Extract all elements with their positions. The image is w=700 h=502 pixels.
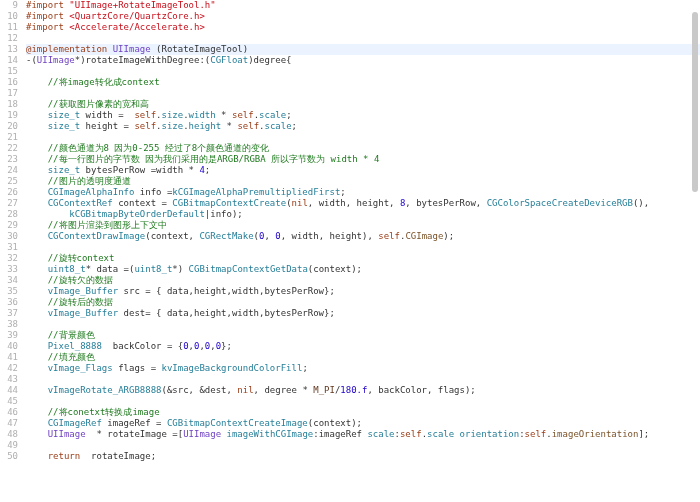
code-line[interactable] <box>26 440 700 451</box>
line-number: 31 <box>0 242 18 253</box>
line-number: 46 <box>0 407 18 418</box>
token-classref: UIImage <box>183 429 221 439</box>
token-default: ); <box>443 231 454 241</box>
code-line[interactable] <box>26 242 700 253</box>
token-keyword: self <box>237 121 259 131</box>
code-line[interactable]: //填充颜色 <box>26 352 700 363</box>
line-number: 38 <box>0 319 18 330</box>
token-default: ; <box>340 187 345 197</box>
code-line[interactable] <box>26 132 700 143</box>
token-default <box>26 165 48 175</box>
token-default: rotateImage; <box>80 451 156 461</box>
code-line[interactable]: Pixel_8888 backColor = {0,0,0,0}; <box>26 341 700 352</box>
code-line[interactable]: size_t bytesPerRow =width * 4; <box>26 165 700 176</box>
token-default <box>26 275 48 285</box>
token-comment: //图片的透明度通道 <box>48 176 131 186</box>
code-line[interactable]: //旋转欠的数据 <box>26 275 700 286</box>
token-comment: //获取图片像素的宽和高 <box>48 99 149 109</box>
line-number: 23 <box>0 154 18 165</box>
token-type: Pixel_8888 <box>48 341 102 351</box>
token-default: bytesPerRow =width * <box>80 165 199 175</box>
code-line[interactable]: vImage_Buffer src = { data,height,width,… <box>26 286 700 297</box>
token-comment: //旋转context <box>48 253 115 263</box>
token-default <box>26 176 48 186</box>
token-default: (context); <box>308 418 362 428</box>
code-editor[interactable]: 9101112131415161718192021222324252627282… <box>0 0 700 502</box>
token-default <box>26 154 48 164</box>
code-line[interactable]: kCGBitmapByteOrderDefault|info); <box>26 209 700 220</box>
code-line[interactable]: CGContextDrawImage(context, CGRectMake(0… <box>26 231 700 242</box>
code-line[interactable] <box>26 462 700 473</box>
code-line[interactable]: //将image转化成context <box>26 77 700 88</box>
code-line[interactable]: CGImageAlphaInfo info =kCGImageAlphaPrem… <box>26 187 700 198</box>
line-number: 10 <box>0 11 18 22</box>
line-number: 48 <box>0 429 18 440</box>
code-line[interactable]: //将图片渲染到图形上下文中 <box>26 220 700 231</box>
token-at: @implementation <box>26 44 113 54</box>
token-default <box>26 143 48 153</box>
code-line[interactable] <box>26 396 700 407</box>
code-line[interactable] <box>26 319 700 330</box>
code-line[interactable]: #import <QuartzCore/QuartzCore.h> <box>26 11 700 22</box>
token-func: orientation <box>460 429 520 439</box>
token-selfprop: CGImage <box>405 231 443 241</box>
code-line[interactable]: -(UIImage*)rotateImageWithDegree:(CGFloa… <box>26 55 700 66</box>
code-line[interactable]: //图片的透明度通道 <box>26 176 700 187</box>
code-line[interactable]: #import "UIImage+RotateImageTool.h" <box>26 0 700 11</box>
code-line[interactable]: vImageRotate_ARGB8888(&src, &dest, nil, … <box>26 385 700 396</box>
code-line[interactable] <box>26 66 700 77</box>
code-line[interactable]: size_t height = self.size.height * self.… <box>26 121 700 132</box>
token-import: #import <box>26 22 69 32</box>
token-property: width <box>189 110 216 120</box>
line-number: 18 <box>0 99 18 110</box>
line-number: 21 <box>0 132 18 143</box>
line-number: 47 <box>0 418 18 429</box>
code-line[interactable]: //颜色通道为8 因为0-255 经过了8个颜色通道的变化 <box>26 143 700 154</box>
code-line[interactable]: return rotateImage; <box>26 451 700 462</box>
token-default: info = <box>134 187 172 197</box>
token-func: CGRectMake <box>199 231 253 241</box>
code-line[interactable] <box>26 33 700 44</box>
token-keyword: self <box>400 429 422 439</box>
token-comment: //将图片渲染到图形上下文中 <box>48 220 167 230</box>
code-area[interactable]: #import "UIImage+RotateImageTool.h"#impo… <box>22 0 700 502</box>
code-line[interactable] <box>26 374 700 385</box>
code-line[interactable]: uint8_t* data =(uint8_t*) CGBitmapContex… <box>26 264 700 275</box>
code-line[interactable]: CGImageRef imageRef = CGBitmapContextCre… <box>26 418 700 429</box>
token-default <box>26 231 48 241</box>
token-comment: //填充颜色 <box>48 352 95 362</box>
token-default <box>26 341 48 351</box>
token-default <box>26 407 48 417</box>
code-line[interactable]: #import <Accelerate/Accelerate.h> <box>26 22 700 33</box>
vertical-scrollbar[interactable] <box>692 0 698 502</box>
code-line[interactable]: UIImage * rotateImage =[UIImage imageWit… <box>26 429 700 440</box>
token-type: vImage_Buffer <box>48 286 118 296</box>
token-default: |info); <box>205 209 243 219</box>
code-line[interactable]: CGContextRef context = CGBitmapContextCr… <box>26 198 700 209</box>
code-line[interactable]: //每一行图片的字节数 因为我们采用的是ARGB/RGBA 所以字节数为 wid… <box>26 154 700 165</box>
token-property: scale <box>265 121 292 131</box>
code-line[interactable]: //获取图片像素的宽和高 <box>26 99 700 110</box>
code-line[interactable]: vImage_Flags flags = kvImageBackgroundCo… <box>26 363 700 374</box>
code-line[interactable]: size_t width = self.size.width * self.sc… <box>26 110 700 121</box>
scrollbar-thumb[interactable] <box>692 12 698 192</box>
code-line[interactable]: @implementation UIImage (RotateImageTool… <box>26 44 700 55</box>
line-number-gutter: 9101112131415161718192021222324252627282… <box>0 0 22 502</box>
line-number: 19 <box>0 110 18 121</box>
code-line[interactable]: vImage_Buffer dest= { data,height,width,… <box>26 308 700 319</box>
code-line[interactable]: //背景颜色 <box>26 330 700 341</box>
code-line[interactable]: //将conetxt转换成image <box>26 407 700 418</box>
line-number: 44 <box>0 385 18 396</box>
code-line[interactable] <box>26 88 700 99</box>
token-default: flags = <box>113 363 162 373</box>
token-default <box>26 308 48 318</box>
token-default <box>26 297 48 307</box>
code-line[interactable]: //旋转后的数据 <box>26 297 700 308</box>
token-type: CGContextRef <box>48 198 113 208</box>
line-number: 33 <box>0 264 18 275</box>
code-line[interactable]: //旋转context <box>26 253 700 264</box>
token-type: size_t <box>48 110 81 120</box>
line-number: 40 <box>0 341 18 352</box>
token-default: , degree * <box>254 385 314 395</box>
line-number: 27 <box>0 198 18 209</box>
